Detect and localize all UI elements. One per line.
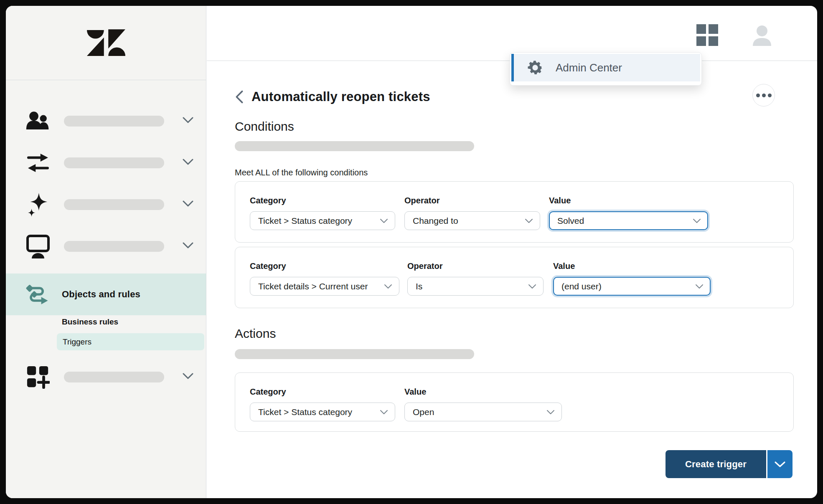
admin-center-label: Admin Center: [556, 61, 622, 74]
operator-field: Operator Changed to: [404, 196, 540, 230]
condition-row-1: Category Ticket > Status category Operat…: [235, 181, 794, 243]
category-label: Category: [250, 196, 395, 205]
sidebar-subitem-business-rules[interactable]: Business rules: [6, 314, 206, 330]
triggers-label: Triggers: [63, 337, 91, 347]
sidebar-subitem-triggers[interactable]: Triggers: [57, 333, 204, 350]
placeholder-pill: [64, 199, 164, 210]
category-select[interactable]: Ticket > Status category: [250, 211, 395, 230]
sidebar-item-ai[interactable]: [6, 191, 206, 218]
operator-label: Operator: [404, 196, 540, 205]
chevron-down-icon: [183, 373, 193, 381]
conditions-heading: Conditions: [235, 119, 294, 134]
chevron-down-icon: [183, 200, 193, 209]
sidebar: Objects and rules Business rules Trigger…: [6, 6, 206, 498]
chevron-down-icon: [384, 284, 392, 289]
value-field: Value (end user): [553, 261, 711, 296]
operator-select[interactable]: Is: [407, 277, 544, 296]
category-select[interactable]: Ticket details > Current user: [250, 277, 399, 296]
category-field: Category Ticket > Status category: [250, 196, 395, 230]
placeholder-pill: [235, 349, 474, 359]
chevron-down-icon: [525, 218, 533, 223]
sidebar-item-workspaces[interactable]: [6, 233, 206, 260]
admin-center-menu-item[interactable]: Admin Center: [511, 54, 700, 81]
gear-icon: [526, 59, 544, 76]
apps-grid-plus-icon: [25, 365, 51, 389]
avatar-icon: [751, 24, 773, 46]
business-rules-label: Business rules: [62, 317, 118, 327]
category-select[interactable]: Ticket > Status category: [250, 403, 395, 421]
ellipsis-icon: [756, 94, 760, 97]
people-icon: [25, 110, 51, 132]
zendesk-logo-icon: [87, 29, 125, 57]
placeholder-pill: [64, 116, 164, 127]
value-label: Value: [553, 261, 711, 271]
chevron-down-icon: [695, 284, 704, 289]
actions-heading: Actions: [235, 327, 276, 341]
back-button[interactable]: [235, 90, 244, 104]
condition-row-2: Category Ticket details > Current user O…: [235, 247, 794, 308]
create-trigger-dropdown-button[interactable]: [767, 450, 793, 478]
sparkle-icon: [25, 192, 51, 217]
placeholder-pill: [64, 157, 164, 168]
placeholder-pill: [235, 141, 474, 151]
sidebar-item-channels[interactable]: [6, 149, 206, 176]
chevron-down-icon: [380, 218, 388, 223]
options-button[interactable]: [752, 84, 775, 106]
sidebar-item-people[interactable]: [6, 108, 206, 134]
admin-center-popup: Admin Center: [510, 52, 702, 86]
sidebar-item-apps[interactable]: [6, 364, 206, 390]
monitor-icon: [25, 234, 51, 258]
operator-select[interactable]: Changed to: [404, 211, 540, 230]
chevron-down-icon: [774, 461, 786, 468]
arrows-icon: [25, 152, 51, 173]
operator-field: Operator Is: [407, 261, 544, 296]
category-field: Category Ticket details > Current user: [250, 261, 399, 296]
page-title-row: Automatically reopen tickets: [235, 88, 430, 106]
operator-label: Operator: [407, 261, 544, 271]
value-label: Value: [549, 196, 708, 205]
chevron-down-icon: [546, 410, 555, 415]
meet-all-label: Meet ALL of the following conditions: [235, 168, 368, 177]
window-frame: Objects and rules Business rules Trigger…: [6, 6, 817, 498]
value-label: Value: [404, 387, 562, 397]
chevron-down-icon: [183, 159, 193, 167]
value-select[interactable]: Open: [404, 403, 562, 421]
value-field: Value Open: [404, 387, 562, 421]
sidebar-item-objects-and-rules[interactable]: Objects and rules: [6, 274, 206, 315]
app-grid-icon: [696, 24, 718, 46]
value-select[interactable]: (end user): [553, 277, 711, 296]
chevron-down-icon: [528, 284, 536, 289]
chevron-left-icon: [235, 90, 244, 104]
value-field: Value Solved: [549, 196, 708, 230]
action-row-1: Category Ticket > Status category Value …: [235, 372, 794, 432]
chevron-down-icon: [183, 117, 193, 125]
category-label: Category: [250, 261, 399, 271]
chevron-down-icon: [693, 218, 701, 223]
page-title: Automatically reopen tickets: [251, 89, 430, 104]
value-select[interactable]: Solved: [549, 211, 708, 230]
create-trigger-button[interactable]: Create trigger: [666, 450, 766, 478]
sidebar-item-label: Objects and rules: [62, 289, 140, 300]
user-avatar[interactable]: [751, 24, 773, 46]
active-indicator-bar: [511, 54, 514, 81]
category-field: Category Ticket > Status category: [250, 387, 395, 421]
placeholder-pill: [64, 241, 164, 252]
logo-area: [6, 6, 206, 80]
chevron-down-icon: [380, 410, 388, 415]
app-grid-button[interactable]: [696, 24, 718, 46]
chevron-down-icon: [183, 242, 193, 251]
workflow-icon: [25, 281, 50, 307]
category-label: Category: [250, 387, 395, 397]
placeholder-pill: [64, 372, 164, 382]
